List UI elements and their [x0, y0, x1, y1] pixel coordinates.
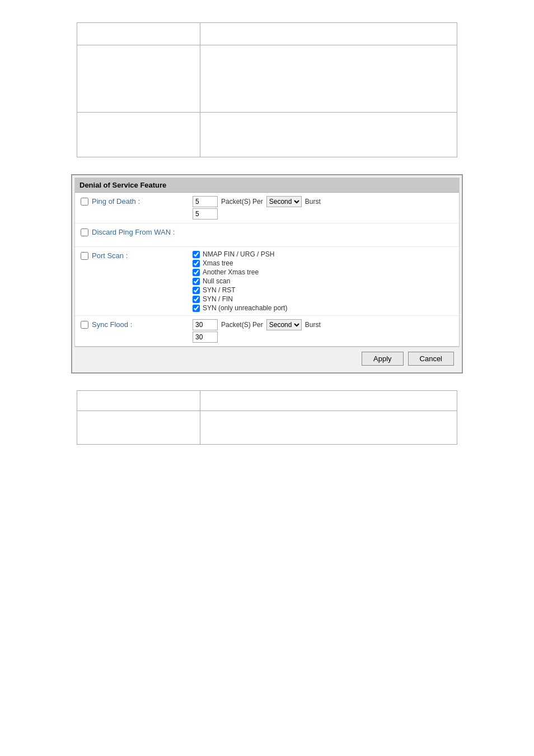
port-scan-text: Port Scan :: [92, 251, 128, 260]
port-scan-value: NMAP FIN / URG / PSH Xmas tree Another X…: [193, 250, 453, 312]
port-scan-item-3: Another Xmas tree: [193, 268, 453, 276]
dos-panel-wrapper: Denial of Service Feature Ping of Death …: [71, 174, 463, 374]
sync-flood-burst-label: Burst: [305, 321, 321, 329]
top-table-value-1: [200, 23, 457, 45]
discard-ping-wan-checkbox[interactable]: [81, 228, 88, 236]
cancel-button[interactable]: Cancel: [408, 352, 454, 366]
port-scan-nmap-checkbox[interactable]: [193, 251, 200, 258]
sync-flood-inline-1: 30 Packet(S) Per Second Minute Hour Burs…: [193, 319, 453, 330]
port-scan-syn-unreachable-label: SYN (only unreachable port): [203, 304, 287, 312]
table-row: [77, 113, 457, 157]
ping-of-death-burst-input[interactable]: 5: [193, 208, 218, 220]
sync-flood-text: Sync Flood :: [92, 320, 132, 329]
ping-of-death-checkbox[interactable]: [81, 198, 88, 206]
port-scan-item-2: Xmas tree: [193, 259, 453, 267]
port-scan-syn-unreachable-checkbox[interactable]: [193, 305, 200, 312]
port-scan-item-5: SYN / RST: [193, 286, 453, 294]
port-scan-checkbox[interactable]: [81, 252, 88, 260]
apply-button[interactable]: Apply: [362, 352, 404, 366]
port-scan-item-4: Null scan: [193, 277, 453, 285]
sync-flood-packet-input[interactable]: 30: [193, 319, 218, 330]
port-scan-item-1: NMAP FIN / URG / PSH: [193, 250, 453, 258]
sync-flood-value: 30 Packet(S) Per Second Minute Hour Burs…: [193, 319, 453, 343]
port-scan-syn-rst-label: SYN / RST: [203, 286, 236, 294]
top-table-value-3: [200, 113, 457, 157]
dos-buttons-area: Apply Cancel: [74, 347, 460, 370]
ping-of-death-inline-2: 5: [193, 208, 453, 220]
ping-of-death-period-select[interactable]: Second Minute Hour: [266, 196, 302, 207]
bottom-table-label-2: [77, 411, 200, 445]
sync-flood-period-select[interactable]: Second Minute Hour: [266, 319, 302, 330]
port-scan-syn-fin-checkbox[interactable]: [193, 296, 200, 303]
dos-panel-title: Denial of Service Feature: [75, 178, 459, 193]
table-row: [77, 45, 457, 113]
table-row: [77, 23, 457, 45]
port-scan-syn-fin-label: SYN / FIN: [203, 295, 233, 303]
top-table-label-2: [77, 45, 200, 113]
sync-flood-inline-2: 30: [193, 332, 453, 343]
bottom-table-label-1: [77, 391, 200, 411]
port-scan-null-checkbox[interactable]: [193, 278, 200, 285]
discard-ping-wan-row: Discard Ping From WAN :: [75, 223, 459, 247]
ping-of-death-per-label: Packet(S) Per: [221, 198, 263, 206]
port-scan-item-7: SYN (only unreachable port): [193, 304, 453, 312]
ping-of-death-label: Ping of Death :: [81, 196, 193, 206]
bottom-table: [77, 390, 457, 445]
dos-panel: Denial of Service Feature Ping of Death …: [74, 178, 460, 347]
port-scan-syn-rst-checkbox[interactable]: [193, 287, 200, 294]
sync-flood-checkbox[interactable]: [81, 321, 88, 329]
bottom-table-value-1: [200, 391, 457, 411]
port-scan-xmas-checkbox[interactable]: [193, 260, 200, 267]
port-scan-item-6: SYN / FIN: [193, 295, 453, 303]
port-scan-row: Port Scan : NMAP FIN / URG / PSH Xmas tr…: [75, 247, 459, 316]
ping-of-death-inline-1: 5 Packet(S) Per Second Minute Hour Burst: [193, 196, 453, 207]
port-scan-options: NMAP FIN / URG / PSH Xmas tree Another X…: [193, 250, 453, 312]
ping-of-death-text: Ping of Death :: [92, 197, 140, 206]
ping-of-death-row: Ping of Death : 5 Packet(S) Per Second M…: [75, 193, 459, 223]
sync-flood-label: Sync Flood :: [81, 319, 193, 329]
sync-flood-per-label: Packet(S) Per: [221, 321, 263, 329]
table-row: [77, 411, 457, 445]
table-row: [77, 391, 457, 411]
discard-ping-wan-text: Discard Ping From WAN :: [92, 228, 175, 236]
top-table-value-2: [200, 45, 457, 113]
port-scan-null-label: Null scan: [203, 277, 230, 285]
port-scan-nmap-label: NMAP FIN / URG / PSH: [203, 250, 274, 258]
sync-flood-row: Sync Flood : 30 Packet(S) Per Second Min…: [75, 316, 459, 346]
sync-flood-burst-input[interactable]: 30: [193, 332, 218, 343]
top-table-label-3: [77, 113, 200, 157]
discard-ping-wan-label: Discard Ping From WAN :: [81, 227, 193, 236]
bottom-table-value-2: [200, 411, 457, 445]
top-table-label-1: [77, 23, 200, 45]
port-scan-another-xmas-checkbox[interactable]: [193, 269, 200, 276]
port-scan-label: Port Scan :: [81, 250, 193, 260]
port-scan-xmas-label: Xmas tree: [203, 259, 233, 267]
top-table: [77, 22, 457, 157]
ping-of-death-burst-label: Burst: [305, 198, 321, 206]
ping-of-death-value: 5 Packet(S) Per Second Minute Hour Burst…: [193, 196, 453, 220]
ping-of-death-packet-input[interactable]: 5: [193, 196, 218, 207]
port-scan-another-xmas-label: Another Xmas tree: [203, 268, 259, 276]
